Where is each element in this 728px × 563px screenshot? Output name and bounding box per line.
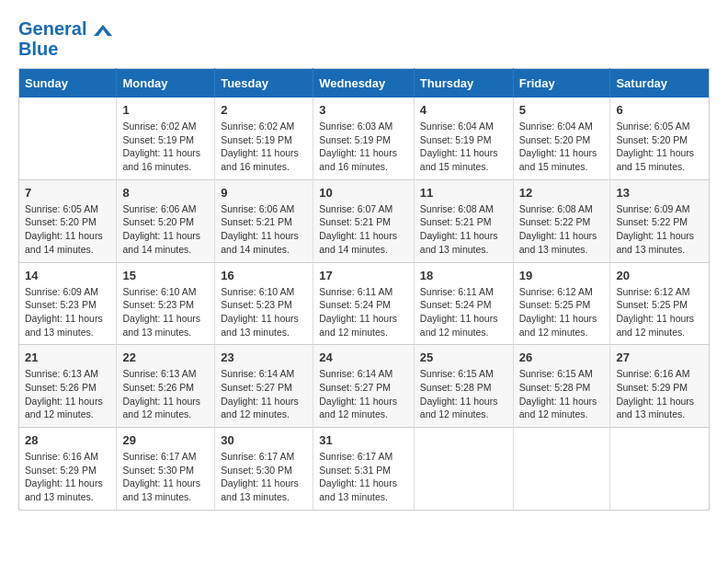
calendar-cell: 15Sunrise: 6:10 AMSunset: 5:23 PMDayligh… bbox=[117, 262, 215, 345]
day-info: Sunrise: 6:08 AMSunset: 5:21 PMDaylight:… bbox=[420, 202, 507, 257]
week-row-4: 21Sunrise: 6:13 AMSunset: 5:26 PMDayligh… bbox=[19, 345, 710, 428]
calendar-cell: 14Sunrise: 6:09 AMSunset: 5:23 PMDayligh… bbox=[19, 262, 117, 345]
day-info: Sunrise: 6:09 AMSunset: 5:22 PMDaylight:… bbox=[616, 202, 703, 257]
day-number: 29 bbox=[122, 433, 209, 447]
day-info: Sunrise: 6:14 AMSunset: 5:27 PMDaylight:… bbox=[319, 367, 408, 421]
day-info: Sunrise: 6:06 AMSunset: 5:21 PMDaylight:… bbox=[221, 202, 307, 257]
day-info: Sunrise: 6:16 AMSunset: 5:29 PMDaylight:… bbox=[25, 450, 110, 504]
day-info: Sunrise: 6:16 AMSunset: 5:29 PMDaylight:… bbox=[616, 367, 703, 421]
logo: General Blue bbox=[18, 18, 112, 59]
day-number: 15 bbox=[122, 269, 209, 282]
day-number: 8 bbox=[122, 186, 209, 200]
calendar-cell: 24Sunrise: 6:14 AMSunset: 5:27 PMDayligh… bbox=[313, 345, 415, 428]
day-number: 25 bbox=[420, 350, 507, 364]
week-row-5: 28Sunrise: 6:16 AMSunset: 5:29 PMDayligh… bbox=[19, 428, 710, 511]
calendar-cell: 26Sunrise: 6:15 AMSunset: 5:28 PMDayligh… bbox=[513, 345, 610, 428]
day-number: 3 bbox=[319, 103, 408, 117]
day-info: Sunrise: 6:06 AMSunset: 5:20 PMDaylight:… bbox=[122, 202, 209, 257]
calendar-cell: 2Sunrise: 6:02 AMSunset: 5:19 PMDaylight… bbox=[215, 98, 313, 179]
day-info: Sunrise: 6:13 AMSunset: 5:26 PMDaylight:… bbox=[122, 367, 209, 421]
calendar-table: SundayMondayTuesdayWednesdayThursdayFrid… bbox=[18, 68, 710, 511]
day-info: Sunrise: 6:08 AMSunset: 5:22 PMDaylight:… bbox=[519, 202, 605, 257]
calendar-cell: 18Sunrise: 6:11 AMSunset: 5:24 PMDayligh… bbox=[414, 262, 513, 345]
day-number: 11 bbox=[420, 186, 507, 200]
day-info: Sunrise: 6:10 AMSunset: 5:23 PMDaylight:… bbox=[221, 285, 307, 339]
logo-wordmark: General Blue bbox=[18, 18, 112, 59]
day-number: 6 bbox=[616, 103, 703, 117]
week-row-3: 14Sunrise: 6:09 AMSunset: 5:23 PMDayligh… bbox=[19, 262, 710, 345]
day-number: 23 bbox=[221, 350, 307, 364]
day-number: 13 bbox=[616, 186, 703, 200]
weekday-header-row: SundayMondayTuesdayWednesdayThursdayFrid… bbox=[19, 69, 710, 98]
calendar-cell: 22Sunrise: 6:13 AMSunset: 5:26 PMDayligh… bbox=[117, 345, 215, 428]
calendar-cell: 8Sunrise: 6:06 AMSunset: 5:20 PMDaylight… bbox=[117, 179, 215, 262]
calendar-cell: 27Sunrise: 6:16 AMSunset: 5:29 PMDayligh… bbox=[610, 345, 710, 428]
calendar-cell: 7Sunrise: 6:05 AMSunset: 5:20 PMDaylight… bbox=[19, 179, 117, 262]
calendar-cell: 31Sunrise: 6:17 AMSunset: 5:31 PMDayligh… bbox=[313, 428, 415, 511]
day-info: Sunrise: 6:10 AMSunset: 5:23 PMDaylight:… bbox=[122, 285, 209, 339]
weekday-header-monday: Monday bbox=[117, 69, 215, 98]
calendar-cell: 11Sunrise: 6:08 AMSunset: 5:21 PMDayligh… bbox=[414, 179, 513, 262]
calendar-cell: 20Sunrise: 6:12 AMSunset: 5:25 PMDayligh… bbox=[610, 262, 710, 345]
calendar-cell bbox=[19, 98, 117, 179]
calendar-cell: 9Sunrise: 6:06 AMSunset: 5:21 PMDaylight… bbox=[215, 179, 313, 262]
day-info: Sunrise: 6:05 AMSunset: 5:20 PMDaylight:… bbox=[25, 202, 110, 257]
calendar-cell: 12Sunrise: 6:08 AMSunset: 5:22 PMDayligh… bbox=[513, 179, 610, 262]
day-info: Sunrise: 6:11 AMSunset: 5:24 PMDaylight:… bbox=[420, 285, 507, 339]
day-info: Sunrise: 6:09 AMSunset: 5:23 PMDaylight:… bbox=[25, 285, 110, 339]
calendar-cell bbox=[414, 428, 513, 511]
day-info: Sunrise: 6:13 AMSunset: 5:26 PMDaylight:… bbox=[25, 367, 110, 421]
day-info: Sunrise: 6:15 AMSunset: 5:28 PMDaylight:… bbox=[519, 367, 605, 421]
day-info: Sunrise: 6:12 AMSunset: 5:25 PMDaylight:… bbox=[616, 285, 703, 339]
day-number: 1 bbox=[122, 103, 209, 117]
day-info: Sunrise: 6:04 AMSunset: 5:20 PMDaylight:… bbox=[519, 120, 605, 174]
day-number: 30 bbox=[221, 433, 307, 447]
day-info: Sunrise: 6:03 AMSunset: 5:19 PMDaylight:… bbox=[319, 120, 408, 174]
calendar-cell: 10Sunrise: 6:07 AMSunset: 5:21 PMDayligh… bbox=[313, 179, 415, 262]
calendar-cell: 29Sunrise: 6:17 AMSunset: 5:30 PMDayligh… bbox=[117, 428, 215, 511]
day-info: Sunrise: 6:02 AMSunset: 5:19 PMDaylight:… bbox=[221, 120, 307, 174]
weekday-header-tuesday: Tuesday bbox=[215, 69, 313, 98]
calendar-cell: 6Sunrise: 6:05 AMSunset: 5:20 PMDaylight… bbox=[610, 98, 710, 179]
calendar-cell: 1Sunrise: 6:02 AMSunset: 5:19 PMDaylight… bbox=[117, 98, 215, 179]
calendar-cell: 23Sunrise: 6:14 AMSunset: 5:27 PMDayligh… bbox=[215, 345, 313, 428]
day-info: Sunrise: 6:12 AMSunset: 5:25 PMDaylight:… bbox=[519, 285, 605, 339]
day-number: 26 bbox=[519, 350, 605, 364]
weekday-header-friday: Friday bbox=[513, 69, 610, 98]
calendar-cell: 13Sunrise: 6:09 AMSunset: 5:22 PMDayligh… bbox=[610, 179, 710, 262]
day-number: 17 bbox=[319, 269, 408, 282]
day-number: 18 bbox=[420, 269, 507, 282]
day-number: 12 bbox=[519, 186, 605, 200]
day-info: Sunrise: 6:02 AMSunset: 5:19 PMDaylight:… bbox=[122, 120, 209, 174]
day-number: 2 bbox=[221, 103, 307, 117]
calendar-cell bbox=[513, 428, 610, 511]
week-row-2: 7Sunrise: 6:05 AMSunset: 5:20 PMDaylight… bbox=[19, 179, 710, 262]
day-number: 19 bbox=[519, 269, 605, 282]
day-number: 24 bbox=[319, 350, 408, 364]
day-info: Sunrise: 6:17 AMSunset: 5:30 PMDaylight:… bbox=[122, 450, 209, 504]
calendar-cell: 19Sunrise: 6:12 AMSunset: 5:25 PMDayligh… bbox=[513, 262, 610, 345]
day-number: 5 bbox=[519, 103, 605, 117]
day-number: 10 bbox=[319, 186, 408, 200]
day-number: 16 bbox=[221, 269, 307, 282]
day-number: 9 bbox=[221, 186, 307, 200]
weekday-header-saturday: Saturday bbox=[610, 69, 710, 98]
day-number: 4 bbox=[420, 103, 507, 117]
day-number: 22 bbox=[122, 350, 209, 364]
day-number: 7 bbox=[25, 186, 110, 200]
logo-arrow-icon bbox=[94, 25, 112, 36]
calendar-cell: 28Sunrise: 6:16 AMSunset: 5:29 PMDayligh… bbox=[19, 428, 117, 511]
page-header: General Blue bbox=[18, 18, 710, 59]
day-number: 20 bbox=[616, 269, 703, 282]
calendar-cell: 25Sunrise: 6:15 AMSunset: 5:28 PMDayligh… bbox=[414, 345, 513, 428]
weekday-header-sunday: Sunday bbox=[19, 69, 117, 98]
day-info: Sunrise: 6:11 AMSunset: 5:24 PMDaylight:… bbox=[319, 285, 408, 339]
calendar-cell: 17Sunrise: 6:11 AMSunset: 5:24 PMDayligh… bbox=[313, 262, 415, 345]
weekday-header-wednesday: Wednesday bbox=[313, 69, 415, 98]
day-number: 21 bbox=[25, 350, 110, 364]
day-info: Sunrise: 6:17 AMSunset: 5:30 PMDaylight:… bbox=[221, 450, 307, 504]
calendar-cell: 30Sunrise: 6:17 AMSunset: 5:30 PMDayligh… bbox=[215, 428, 313, 511]
day-number: 27 bbox=[616, 350, 703, 364]
svg-marker-0 bbox=[94, 25, 112, 36]
day-info: Sunrise: 6:14 AMSunset: 5:27 PMDaylight:… bbox=[221, 367, 307, 421]
